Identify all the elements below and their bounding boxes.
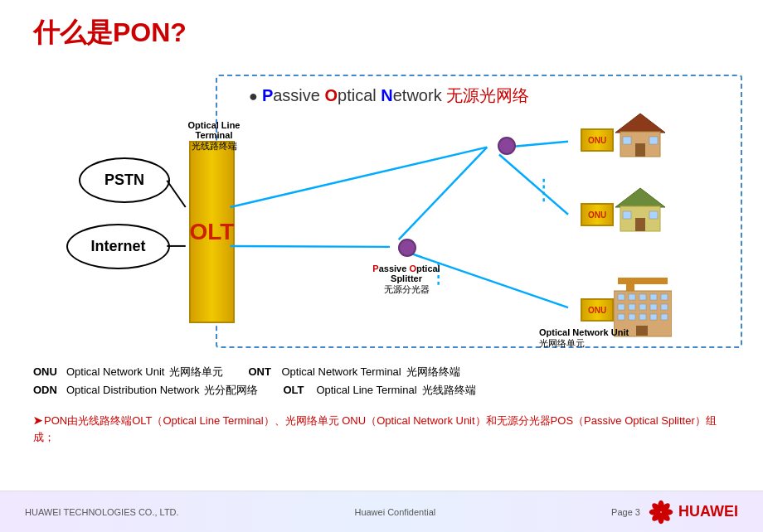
- def-row-1: ONU Optical Network Unit 光网络单元 ONT Optic…: [33, 365, 730, 380]
- splitter-cn: 无源分光器: [357, 283, 456, 296]
- svg-marker-15: [615, 188, 665, 207]
- svg-rect-34: [629, 314, 635, 320]
- onu-box-1: ONU: [581, 128, 614, 152]
- huawei-flower-icon: [649, 500, 673, 525]
- svg-marker-10: [615, 114, 665, 133]
- svg-rect-37: [661, 314, 668, 320]
- def-odn: ODN Optical Distribution Network 光分配网络: [33, 383, 258, 398]
- pon-chinese: 无源光网络: [446, 86, 529, 104]
- note-text: PON由光线路终端OLT（Optical Line Terminal）、光网络单…: [33, 414, 717, 443]
- internet-node: Internet: [66, 224, 170, 269]
- footer-page: Page 3: [611, 507, 640, 517]
- diagram-area: ● Passive Optical Network 无源光网络 OLT Opti…: [33, 58, 746, 356]
- huawei-brand-text: HUAWEI: [678, 503, 738, 520]
- svg-rect-28: [618, 304, 624, 310]
- def-row-2: ODN Optical Distribution Network 光分配网络 O…: [33, 383, 730, 398]
- svg-rect-31: [650, 304, 657, 310]
- def-ont: ONT Optical Network Terminal 光网络终端: [248, 365, 459, 380]
- pstn-label: PSTN: [104, 172, 144, 189]
- svg-rect-23: [618, 294, 624, 300]
- svg-rect-38: [636, 326, 648, 336]
- def-olt: OLT Optical Line Terminal 光线路终端: [283, 383, 475, 398]
- onu-box-3: ONU: [581, 298, 614, 322]
- definitions-section: ONU Optical Network Unit 光网络单元 ONT Optic…: [33, 365, 730, 401]
- svg-rect-19: [649, 211, 658, 219]
- svg-rect-17: [635, 218, 645, 231]
- def-odn-en: Optical Distribution Network: [66, 384, 199, 396]
- splitter-label: Passive Optical Splitter 无源分光器: [357, 264, 456, 296]
- def-olt-cn: 光线路终端: [422, 383, 476, 398]
- footer-confidential: Huawei Confidential: [354, 507, 435, 517]
- splitter-top: [498, 137, 516, 155]
- etwork-text: etwork: [393, 86, 446, 104]
- svg-rect-13: [623, 137, 631, 144]
- def-ont-abbr: ONT: [248, 365, 281, 378]
- pstn-node: PSTN: [79, 157, 170, 203]
- footer: HUAWEI TECHNOLOGIES CO., LTD. Huawei Con…: [0, 491, 763, 532]
- onu-cn-label: 光网络单元: [539, 337, 629, 350]
- onu-en-label: Optical Network Unit: [539, 327, 629, 337]
- onu-box-2: ONU: [581, 203, 614, 226]
- svg-rect-27: [661, 294, 668, 300]
- olt-title-en: Optical Line Terminal: [177, 120, 251, 140]
- onu-label-2: ONU: [588, 210, 606, 220]
- def-onu-abbr: ONU: [33, 365, 66, 378]
- svg-rect-30: [639, 304, 646, 310]
- note-arrow: ➤: [33, 414, 42, 427]
- svg-rect-35: [639, 314, 646, 320]
- def-ont-en: Optical Network Terminal: [281, 365, 401, 378]
- svg-rect-29: [629, 304, 635, 310]
- house-2: [614, 186, 668, 236]
- svg-rect-25: [639, 294, 646, 300]
- pon-bullet: ●: [249, 88, 262, 104]
- olt-box: OLT: [189, 141, 235, 323]
- svg-rect-36: [650, 314, 657, 320]
- house-1: [614, 112, 668, 162]
- def-onu: ONU Optical Network Unit 光网络单元: [33, 365, 223, 380]
- svg-rect-24: [629, 294, 635, 300]
- def-onu-cn: 光网络单元: [169, 365, 223, 380]
- o-char: O: [324, 86, 338, 104]
- splitter-en: Passive Optical Splitter: [357, 264, 456, 283]
- svg-rect-26: [650, 294, 657, 300]
- svg-rect-12: [635, 143, 645, 157]
- onu-label-3: ONU: [588, 306, 606, 315]
- def-olt-en: Optical Line Terminal: [316, 384, 416, 396]
- svg-line-0: [167, 181, 185, 207]
- onu-label-1: ONU: [588, 136, 606, 145]
- svg-rect-18: [623, 211, 631, 219]
- olt-title-cn: 光线路终端: [177, 140, 251, 152]
- def-odn-abbr: ODN: [33, 384, 66, 396]
- page-title: 什么是PON?: [33, 15, 187, 51]
- def-olt-abbr: OLT: [283, 384, 316, 396]
- svg-rect-21: [626, 284, 634, 291]
- onu-bottom-label: Optical Network Unit 光网络单元: [539, 327, 629, 350]
- assive-text: assive: [273, 86, 324, 104]
- pon-label: ● Passive Optical Network 无源光网络: [249, 85, 529, 107]
- def-onu-en: Optical Network Unit: [66, 365, 164, 378]
- olt-label: OLT: [190, 219, 235, 245]
- ptical-text: ptical: [338, 86, 381, 104]
- def-ont-cn: 光网络终端: [406, 365, 460, 380]
- n-char: N: [381, 86, 392, 104]
- footer-company: HUAWEI TECHNOLOGIES CO., LTD.: [25, 507, 179, 517]
- def-odn-cn: 光分配网络: [204, 383, 258, 398]
- splitter-main: [398, 239, 416, 257]
- p-char: P: [262, 86, 273, 104]
- olt-text-label: Optical Line Terminal 光线路终端: [177, 120, 251, 152]
- footer-logo: HUAWEI: [649, 500, 738, 525]
- svg-rect-32: [661, 304, 668, 310]
- svg-rect-14: [649, 137, 658, 144]
- internet-label: Internet: [90, 238, 145, 255]
- bottom-note: ➤PON由光线路终端OLT（Optical Line Terminal）、光网络…: [33, 413, 730, 445]
- svg-rect-20: [618, 278, 668, 284]
- svg-rect-33: [618, 314, 624, 320]
